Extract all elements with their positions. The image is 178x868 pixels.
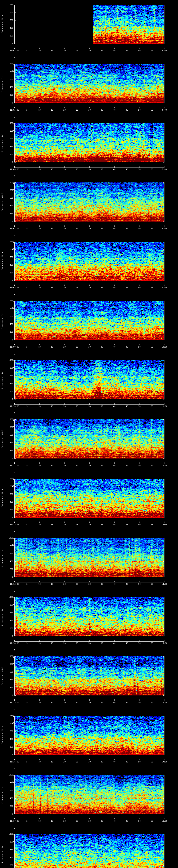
x-tick-label: 40 <box>111 50 118 52</box>
y-tick-label: 800 <box>3 841 13 843</box>
y-tick-label: 1000 <box>3 241 13 243</box>
y-axis-title: Frequency (Hz) <box>1 252 3 271</box>
x-tick-label: 45 <box>123 524 130 526</box>
date-day: 5 <box>6 116 23 118</box>
y-tick-label: 0 <box>3 517 13 519</box>
x-tick-label: 35 <box>98 50 105 52</box>
x-tick-label: 40 <box>111 761 118 763</box>
y-tick-label: 0 <box>3 813 13 815</box>
x-tick-label: 10 <box>36 227 43 230</box>
x-tick-label: 25 <box>73 168 81 170</box>
x-tick-label: 45 <box>123 168 130 170</box>
x-tick-label: 55 <box>148 583 155 585</box>
x-tick-label: 25 <box>73 642 81 644</box>
x-axis-start-time-label: 11:17:00 <box>6 820 23 822</box>
y-axis-title: Frequency (Hz) <box>1 666 3 685</box>
x-tick-label: 20 <box>61 702 68 704</box>
x-tick-label: 55 <box>148 168 155 170</box>
x-tick-label: 50 <box>136 405 143 407</box>
x-tick-label: 15 <box>49 168 55 170</box>
x-axis-end-time-label: 6:00 <box>159 109 170 111</box>
y-axis-title: Frequency (Hz) <box>1 311 3 330</box>
y-tick-label: 400 <box>3 27 13 29</box>
x-axis-end-time-label: 17:00 <box>159 761 170 763</box>
x-tick-label: 20 <box>61 820 68 822</box>
x-tick-label: 35 <box>98 346 105 348</box>
x-tick-label: 10 <box>36 761 43 763</box>
y-tick-label: 800 <box>3 11 13 13</box>
x-axis-start-time-label: 11:07:00 <box>6 227 23 230</box>
x-tick-label: 15 <box>49 642 55 644</box>
x-tick-label: 55 <box>148 465 155 467</box>
x-tick-label: 5 <box>24 761 30 763</box>
x-tick-label: 20 <box>61 761 68 763</box>
x-axis-start-time-label: 11:16:00 <box>6 761 23 763</box>
x-tick-label: 10 <box>36 168 43 170</box>
x-axis-start-time-label: 11:14:00 <box>6 642 23 644</box>
x-tick-label: 25 <box>73 346 81 348</box>
y-tick-label: 600 <box>3 671 13 673</box>
y-tick-label: 800 <box>3 71 13 73</box>
y-tick-label: 200 <box>3 450 13 452</box>
x-axis-start-time-label: 11:04:00 <box>6 50 23 52</box>
x-tick-label: 30 <box>86 642 93 644</box>
x-tick-label: 50 <box>136 524 143 526</box>
y-tick-label: 1000 <box>3 300 13 302</box>
y-tick-label: 600 <box>3 612 13 614</box>
x-tick-label: 35 <box>98 820 105 822</box>
y-tick-label: 0 <box>3 398 13 400</box>
spectrogram-panel: Frequency (Hz) 10008006004002000 5101520… <box>0 237 178 296</box>
y-tick-label: 600 <box>3 434 13 436</box>
x-axis-start-time-label: 11:08:00 <box>6 287 23 289</box>
x-tick-label: 45 <box>123 287 130 289</box>
y-tick-label: 200 <box>3 509 13 511</box>
x-tick-label: 15 <box>49 820 55 822</box>
x-tick-label: 50 <box>136 465 143 467</box>
y-tick-label: 0 <box>3 43 13 45</box>
x-tick-label: 5 <box>24 227 30 230</box>
x-tick-label: 40 <box>111 227 118 230</box>
x-axis-start-time-label: 11:06:00 <box>6 168 23 170</box>
x-axis-start-time-label: 11:12:00 <box>6 524 23 526</box>
y-axis-title: Frequency (Hz) <box>1 844 3 863</box>
x-tick-label: 55 <box>148 50 155 52</box>
x-tick-label: 40 <box>111 820 118 822</box>
x-tick-label: 55 <box>148 109 155 111</box>
y-tick-label: 600 <box>3 553 13 555</box>
y-tick-label: 1000 <box>3 122 13 124</box>
x-axis-start-time-label: 11:11:00 <box>6 465 23 467</box>
x-axis-end-time-label: 5:00 <box>159 50 170 52</box>
date-day: 5 <box>6 412 23 414</box>
x-tick-label: 55 <box>148 642 155 644</box>
x-axis-start-time-label: 11:15:00 <box>6 702 23 704</box>
x-axis-end-time-label: 8:00 <box>159 227 170 230</box>
spectrogram-panel: Frequency (Hz) 10008006004002000 5101520… <box>0 592 178 652</box>
x-tick-label: 55 <box>148 227 155 230</box>
y-tick-label: 800 <box>3 545 13 547</box>
x-tick-label: 35 <box>98 287 105 289</box>
y-tick-label: 400 <box>3 442 13 444</box>
spectrogram-panel: Frequency (Hz) 10008006004002000 5101520… <box>0 59 178 118</box>
spectrogram-panel: Frequency (Hz) 10008006004002000 5101520… <box>0 415 178 474</box>
x-axis-end-time-label: 10:00 <box>159 346 170 348</box>
spectrogram-panel: Frequency (Hz) 10008006004002000 5101520… <box>0 711 178 770</box>
spectrogram-panel: Frequency (Hz) 10008006004002000 5101520… <box>0 296 178 355</box>
x-tick-label: 35 <box>98 583 105 585</box>
y-tick-label: 400 <box>3 205 13 207</box>
x-tick-label: 40 <box>111 524 118 526</box>
y-tick-label: 200 <box>3 746 13 748</box>
y-tick-label: 1000 <box>3 4 13 6</box>
x-axis-start-time-label: 11:09:00 <box>6 346 23 348</box>
x-tick-label: 45 <box>123 50 130 52</box>
y-tick-label: 200 <box>3 391 13 393</box>
y-tick-label: 400 <box>3 146 13 148</box>
x-tick-label: 20 <box>61 465 68 467</box>
y-axis-title: Frequency (Hz) <box>1 193 3 211</box>
y-tick-label: 400 <box>3 501 13 503</box>
x-tick-label: 5 <box>24 465 30 467</box>
x-tick-label: 30 <box>86 465 93 467</box>
x-tick-label: 20 <box>61 524 68 526</box>
y-axis-title: Frequency (Hz) <box>1 608 3 626</box>
x-tick-label: 50 <box>136 109 143 111</box>
y-tick-label: 1000 <box>3 63 13 65</box>
